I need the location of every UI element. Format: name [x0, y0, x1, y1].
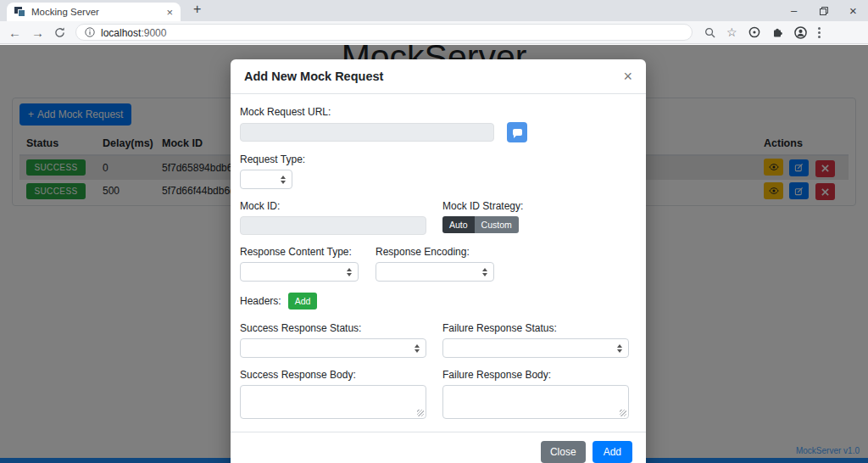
page-content: MockServer + Add Mock Request Status Del… — [0, 45, 868, 463]
browser-window: Mocking Server × + – × ← → localhost:900… — [0, 0, 868, 463]
refresh-icon[interactable] — [54, 27, 65, 38]
response-encoding-label: Response Encoding: — [376, 246, 494, 258]
window-controls: – × — [779, 0, 868, 21]
extension-badge-icon[interactable] — [748, 26, 760, 38]
minimize-button[interactable]: – — [779, 0, 809, 21]
mock-id-label: Mock ID: — [240, 200, 426, 212]
add-header-button[interactable]: Add — [288, 293, 318, 310]
url-comment-button[interactable] — [507, 122, 527, 142]
strategy-auto-button[interactable]: Auto — [442, 216, 475, 233]
failure-response-body-label: Failure Response Body: — [442, 369, 629, 381]
response-encoding-select[interactable] — [376, 262, 494, 282]
request-type-label: Request Type: — [240, 153, 632, 165]
comment-icon — [513, 129, 522, 136]
failure-response-body-textarea[interactable] — [442, 385, 629, 419]
forward-icon[interactable]: → — [31, 26, 44, 39]
response-content-type-select[interactable] — [240, 262, 359, 282]
browser-toolbar: ← → localhost:9000 ☆ — [0, 21, 868, 44]
request-type-select[interactable] — [240, 170, 292, 189]
tab-title: Mocking Server — [31, 7, 160, 17]
extensions-puzzle-icon[interactable] — [771, 26, 783, 38]
address-bar[interactable]: localhost:9000 — [75, 24, 693, 41]
failure-response-status-label: Failure Response Status: — [442, 322, 629, 334]
success-response-body-textarea[interactable] — [240, 385, 426, 419]
profile-avatar-icon[interactable] — [794, 26, 807, 39]
headers-label: Headers: — [240, 295, 281, 307]
mock-id-strategy-toggle: Auto Custom — [442, 216, 519, 233]
failure-response-status-select[interactable] — [442, 338, 629, 358]
mock-id-strategy-label: Mock ID Strategy: — [442, 200, 523, 212]
modal-title: Add New Mock Request — [244, 70, 383, 83]
new-tab-button[interactable]: + — [193, 2, 201, 17]
tab-close-icon[interactable]: × — [166, 7, 173, 18]
browser-tab[interactable]: Mocking Server × — [7, 3, 181, 21]
strategy-custom-button[interactable]: Custom — [475, 216, 519, 233]
mock-id-input[interactable] — [240, 216, 426, 235]
success-response-body-label: Success Response Body: — [240, 369, 426, 381]
modal-close-button[interactable]: Close — [541, 441, 586, 463]
modal-close-icon[interactable]: × — [623, 69, 632, 84]
bookmark-star-icon[interactable]: ☆ — [726, 26, 737, 38]
restore-icon — [820, 7, 828, 15]
success-response-status-label: Success Response Status: — [240, 322, 426, 334]
mock-request-url-input[interactable] — [240, 123, 494, 142]
success-response-status-select[interactable] — [240, 338, 426, 358]
site-favicon-icon — [14, 7, 25, 17]
add-mock-request-modal: Add New Mock Request × Mock Request URL:… — [231, 59, 646, 463]
back-icon[interactable]: ← — [8, 26, 21, 39]
modal-add-button[interactable]: Add — [593, 441, 632, 463]
response-content-type-label: Response Content Type: — [240, 246, 359, 258]
mock-request-url-label: Mock Request URL: — [240, 106, 632, 118]
search-zoom-icon[interactable] — [704, 27, 715, 38]
toolbar-icons: ☆ — [704, 26, 821, 39]
tab-strip: Mocking Server × + – × — [0, 0, 868, 21]
url-host: localhost — [101, 27, 141, 39]
site-info-icon[interactable] — [85, 27, 95, 37]
browser-menu-icon[interactable] — [818, 27, 821, 38]
restore-button[interactable] — [809, 0, 838, 21]
close-window-button[interactable]: × — [838, 0, 868, 21]
url-port: :9000 — [141, 27, 166, 39]
